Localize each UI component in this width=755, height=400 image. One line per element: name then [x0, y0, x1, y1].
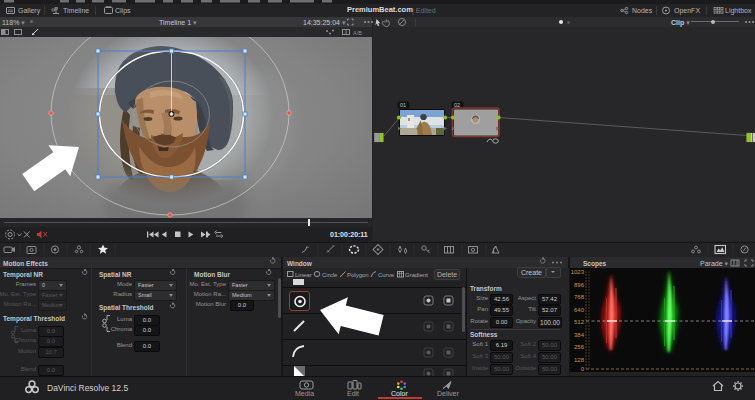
svg-text:768: 768 — [574, 294, 585, 300]
svg-text:256: 256 — [574, 344, 585, 350]
svg-text:A/B: A/B — [353, 30, 362, 36]
svg-text:384: 384 — [574, 332, 585, 338]
svg-text:1023: 1023 — [571, 269, 585, 275]
svg-text:640: 640 — [574, 307, 585, 313]
svg-text:01: 01 — [400, 102, 406, 108]
svg-text:128: 128 — [574, 357, 585, 363]
svg-text:512: 512 — [574, 319, 585, 325]
svg-text:02: 02 — [454, 102, 460, 108]
svg-text:896: 896 — [574, 282, 585, 288]
